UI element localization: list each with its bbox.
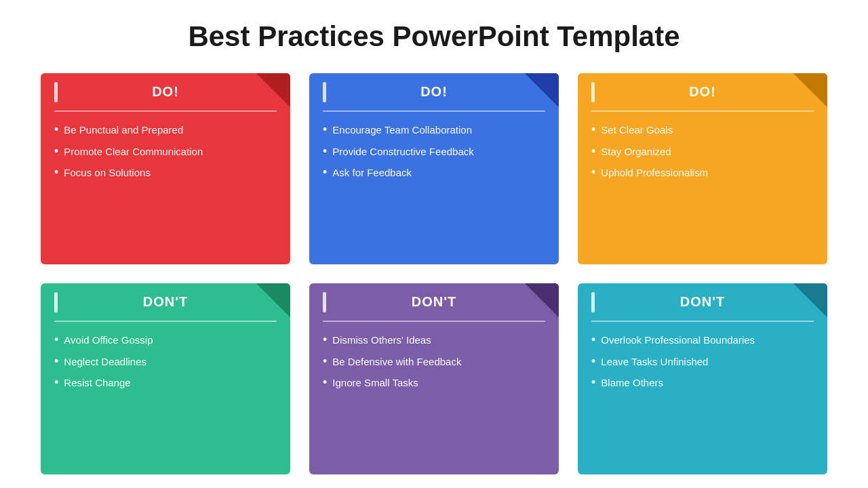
card-dont-purple: DON'TDismiss Others' IdeasBe Defensive w… [309,283,559,474]
card-header-bar-dont-teal [591,292,595,312]
card-list-do-red: Be Punctual and PreparedPromote Clear Co… [41,123,290,180]
card-header-bar-do-blue [323,82,326,102]
list-item: Focus on Solutions [54,165,277,180]
card-tab-dont-purple [525,283,559,319]
card-list-do-blue: Encourage Team CollaborationProvide Cons… [309,123,559,180]
list-item: Uphold Professionalism [591,165,814,180]
card-list-dont-purple: Dismiss Others' IdeasBe Defensive with F… [309,333,559,390]
card-list-dont-teal: Overlook Professional BoundariesLeave Ta… [578,333,827,390]
list-item: Encourage Team Collaboration [323,123,545,138]
list-item: Blame Others [591,375,814,390]
card-header-bar-dont-purple [323,292,326,312]
card-header-bar-do-yellow [591,82,595,102]
card-header-title-dont-teal: DON'T [680,294,725,310]
list-item: Ask for Feedback [323,165,545,180]
list-item: Ignore Small Tasks [323,375,545,390]
card-header-title-do-yellow: DO! [689,84,716,100]
card-divider-do-blue [323,110,545,112]
list-item: Stay Organized [591,144,814,159]
title-normal: PowerPoint Template [384,20,680,52]
card-dont-teal: DON'TOverlook Professional BoundariesLea… [578,283,827,474]
list-item: Overlook Professional Boundaries [591,333,814,348]
card-list-dont-green: Avoid Office GossipNeglect DeadlinesResi… [41,333,290,390]
card-divider-dont-green [54,321,277,322]
card-list-do-yellow: Set Clear GoalsStay OrganizedUphold Prof… [578,123,827,180]
card-tab-do-yellow [793,73,827,108]
list-item: Provide Constructive Feedback [323,144,545,159]
title-bold: Best Practices [188,20,384,52]
card-header-bar-dont-green [54,292,58,312]
list-item: Promote Clear Communication [54,144,277,159]
card-do-blue: DO!Encourage Team CollaborationProvide C… [309,73,559,264]
page-title: Best Practices PowerPoint Template [188,20,679,53]
list-item: Be Punctual and Prepared [54,123,277,138]
card-grid: DO!Be Punctual and PreparedPromote Clear… [41,73,827,474]
card-header-title-dont-green: DON'T [143,294,188,310]
card-dont-green: DON'TAvoid Office GossipNeglect Deadline… [41,283,290,474]
card-divider-do-yellow [591,110,814,112]
card-divider-dont-purple [323,321,545,322]
card-header-bar-do-red [54,82,58,102]
card-header-title-dont-purple: DON'T [412,294,456,310]
card-header-title-do-red: DO! [152,84,179,100]
list-item: Dismiss Others' Ideas [323,333,545,348]
card-tab-dont-green [256,283,290,319]
card-header-title-do-blue: DO! [420,84,448,100]
list-item: Be Defensive with Feedback [323,354,545,369]
list-item: Set Clear Goals [591,123,814,138]
card-tab-do-red [256,73,290,108]
list-item: Resist Change [54,375,277,390]
card-divider-do-red [54,110,277,112]
card-do-red: DO!Be Punctual and PreparedPromote Clear… [41,73,290,264]
list-item: Avoid Office Gossip [54,333,277,348]
list-item: Neglect Deadlines [54,354,277,369]
card-tab-do-blue [525,73,559,108]
card-do-yellow: DO!Set Clear GoalsStay OrganizedUphold P… [578,73,827,264]
card-tab-dont-teal [793,283,827,319]
page: Best Practices PowerPoint Template DO!Be… [0,0,868,488]
list-item: Leave Tasks Unfinished [591,354,814,369]
card-divider-dont-teal [591,321,814,322]
